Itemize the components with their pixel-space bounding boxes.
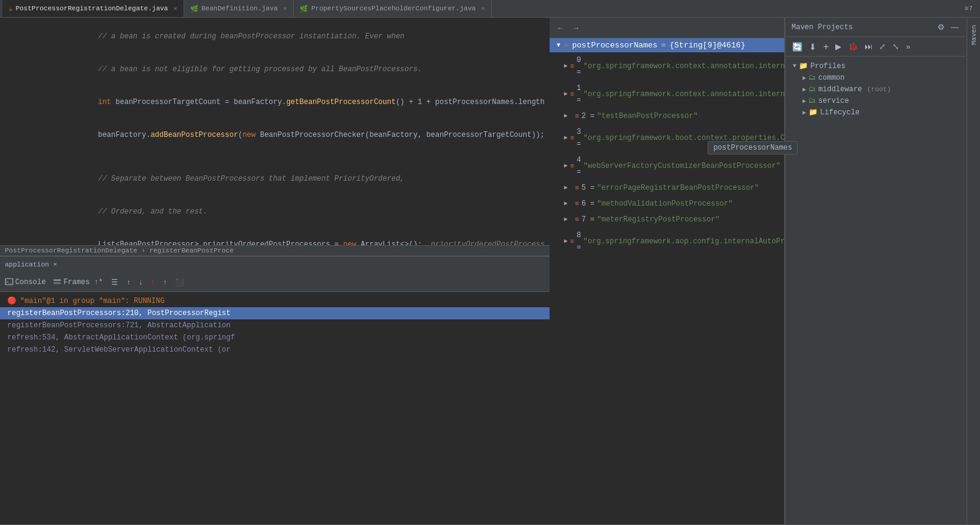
svg-text:>_: >_ (6, 280, 12, 285)
maven-panel: Maven Projects ⚙ — 🔄 ⬇ + ▶ 🐞 ⏭ ⤢ ⤡ (784, 18, 967, 524)
maven-header: Maven Projects ⚙ — (785, 18, 967, 37)
expand-1[interactable]: ▶ (564, 88, 568, 100)
var-item-2[interactable]: ▶ ≡ 2 = "testBeanPostProcessor" (550, 108, 784, 124)
line-num (10, 228, 28, 245)
maven-skip-btn[interactable]: ⏭ (863, 41, 874, 52)
expand-7[interactable]: ▶ (564, 214, 573, 226)
tab-postprocessor[interactable]: ☕ PostProcessorRegistrationDelegate.java… (2, 0, 184, 17)
stack-frame-2[interactable]: refresh:534, AbstractApplicationContext … (0, 332, 550, 344)
maven-lifecycle-item[interactable]: ▶ 📁 Lifecycle (790, 106, 962, 118)
var-item-0[interactable]: ▶ ≡ 0 = "org.springframework.context.ann… (550, 52, 784, 80)
maven-title: Maven Projects (792, 23, 853, 32)
var-item-5[interactable]: ▶ ≡ 5 = "errorPageRegistrarBeanPostProce… (550, 180, 784, 196)
bottom-tab[interactable]: application × (5, 261, 57, 268)
code-line: List<BeanPostProcessor> priorityOrderedP… (0, 228, 550, 245)
var-item-6[interactable]: ▶ ≡ 6 = "methodValidationPostProcessor" (550, 196, 784, 212)
line-content: // a bean is not eligible for getting pr… (28, 53, 545, 86)
console-btn[interactable]: >_ Console (5, 278, 46, 287)
step-out-btn[interactable]: ↑ (148, 277, 157, 288)
right-split: ← → ▼ ∞ postProcessorNames = {String[9]@… (550, 18, 980, 524)
stack-frame-3[interactable]: refresh:142, ServletWebServerApplication… (0, 344, 550, 356)
maven-side-label[interactable]: Maven (969, 20, 979, 50)
debug-nav-toolbar: ← → (550, 18, 784, 38)
tab-overflow[interactable]: ≡7 (960, 5, 978, 12)
maven-profiles-header[interactable]: ▼ 📁 Profiles (790, 60, 962, 72)
tab-beandefinition[interactable]: 🌿 BeanDefinition.java ✕ (184, 0, 294, 17)
back-btn[interactable]: ← (554, 23, 567, 33)
code-editor[interactable]: // a bean is created during beanPostProc… (0, 18, 550, 245)
debug-tooltip: postProcessorNames (708, 141, 784, 155)
thread-item: 🔴 "main"@1 in group "main": RUNNING (0, 294, 550, 307)
lifecycle-arrow: ▶ (802, 109, 806, 116)
service-label: service (818, 97, 849, 105)
console-label: Console (15, 278, 46, 287)
frames-btn[interactable]: Frames ↑* (53, 278, 103, 287)
maven-expand-all-btn[interactable]: ⤢ (877, 41, 888, 52)
forward-btn[interactable]: → (570, 23, 582, 33)
code-line: // Ordered, and the rest. (0, 195, 550, 228)
var-item-4[interactable]: ▶ ≡ 4 = "webServerFactoryCustomizerBeanP… (550, 152, 784, 180)
breadcrumb: PostProcessorRegistrationDelegate › regi… (0, 245, 550, 256)
gutter (0, 20, 10, 53)
maven-more-btn[interactable]: » (904, 41, 912, 52)
tab-propertysources[interactable]: 🌿 PropertySourcesPlaceholderConfigurer.j… (294, 0, 492, 17)
stack-frame-0[interactable]: registerBeanPostProcessors:210, PostProc… (0, 307, 550, 319)
thread-label: "main"@1 in group "main": RUNNING (20, 297, 165, 305)
stop-btn[interactable]: ⬛ (173, 277, 187, 288)
maven-run-btn[interactable]: ▶ (833, 41, 843, 52)
expand-6[interactable]: ▶ (564, 198, 573, 210)
var-item-1[interactable]: ▶ ≡ 1 = "org.springframework.context.ann… (550, 80, 784, 108)
maven-toolbar: ⚙ — (936, 21, 961, 33)
code-line: // Separate between BeanPostProcessors t… (0, 162, 550, 195)
maven-add-btn[interactable]: + (821, 40, 830, 54)
line-content: List<BeanPostProcessor> priorityOrderedP… (28, 228, 545, 245)
tab-label-1: PostProcessorRegistrationDelegate.java (16, 5, 168, 12)
bean-icon-1: 🌿 (190, 5, 199, 13)
common-label: common (818, 74, 844, 82)
code-line: // a bean is created during beanPostProc… (0, 20, 550, 53)
expand-0[interactable]: ▶ (564, 60, 568, 72)
var-icon-4: ≡ (570, 160, 575, 172)
line-content: int beanProcessorTargetCount = beanFacto… (28, 86, 545, 119)
debugger-area: ← → ▼ ∞ postProcessorNames = {String[9]@… (550, 18, 784, 524)
tab-close-2[interactable]: ✕ (283, 5, 287, 12)
service-arrow: ▶ (802, 97, 806, 105)
expand-root-icon[interactable]: ▼ (557, 42, 561, 49)
profiles-label: Profiles (810, 62, 846, 71)
line-num (10, 151, 28, 162)
stack-frame-label-1: registerBeanPostProcessors:721, Abstract… (7, 321, 230, 330)
gutter (0, 53, 10, 86)
console-icon: >_ (5, 278, 13, 287)
expand-8[interactable]: ▶ (564, 235, 568, 248)
var-item-7[interactable]: ▶ ≡ 7 = "meterRegistryPostProcessor" (550, 212, 784, 228)
maven-download-btn[interactable]: ⬇ (807, 41, 818, 53)
stack-frame-1[interactable]: registerBeanPostProcessors:721, Abstract… (0, 319, 550, 332)
expand-5[interactable]: ▶ (564, 182, 573, 194)
resume-btn[interactable]: ↑ (160, 277, 169, 288)
middleware-label: middleware (818, 85, 862, 94)
expand-3[interactable]: ▶ (564, 132, 568, 144)
maven-settings-btn[interactable]: ⚙ (936, 21, 947, 33)
stack-frame-label-2: refresh:534, AbstractApplicationContext … (7, 333, 235, 342)
maven-debug-btn[interactable]: 🐞 (846, 41, 860, 52)
maven-service-item[interactable]: ▶ 🗂 service (790, 95, 962, 106)
middleware-sub: (root) (867, 86, 891, 93)
java-icon: ☕ (9, 5, 13, 13)
line-content (28, 151, 545, 162)
maven-action-toolbar: 🔄 ⬇ + ▶ 🐞 ⏭ ⤢ ⤡ » (785, 37, 967, 57)
expand-2[interactable]: ▶ (564, 110, 573, 122)
var-icon-8: ≡ (570, 235, 575, 248)
expand-4[interactable]: ▶ (564, 160, 568, 172)
profiles-folder-icon: 📁 (799, 61, 808, 71)
maven-collapse-all-btn[interactable]: ⤡ (891, 41, 901, 52)
tab-close-1[interactable]: ✕ (173, 5, 177, 12)
maven-refresh-btn[interactable]: 🔄 (790, 41, 804, 53)
var-item-8[interactable]: ▶ ≡ 8 = "org.springframework.aop.config.… (550, 228, 784, 256)
maven-common-item[interactable]: ▶ 🗂 common (790, 72, 962, 83)
step-into-btn[interactable]: ↓ (136, 277, 145, 288)
tab-close-3[interactable]: ✕ (481, 5, 485, 12)
maven-minimize-btn[interactable]: — (949, 21, 961, 33)
maven-middleware-item[interactable]: ▶ 🗂 middleware (root) (790, 83, 962, 95)
step-over-btn[interactable]: ↑ (124, 277, 133, 288)
align-btn[interactable]: ☰ (109, 277, 120, 288)
